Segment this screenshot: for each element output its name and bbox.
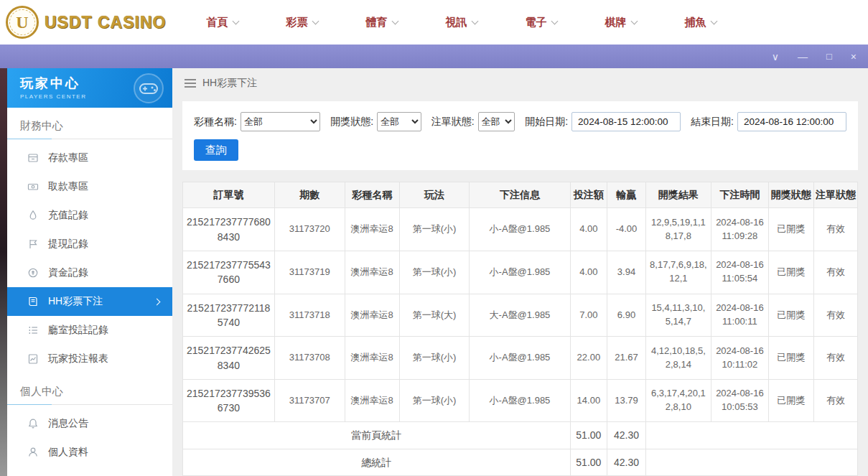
bet-info-cell: 小-A盤@1.985 <box>470 208 570 251</box>
header-order-status: 注單狀態 <box>813 182 857 208</box>
sidebar-item-player-bet-report[interactable]: 玩家投注報表 <box>7 345 172 373</box>
nav-item-label: 棋牌 <box>605 16 626 29</box>
lottery-name-cell: 澳洲幸运8 <box>345 294 399 337</box>
hamburger-menu-icon[interactable] <box>185 79 196 88</box>
deposit-icon <box>27 152 39 164</box>
grand-total-row: 總統計 51.00 42.30 <box>183 449 858 475</box>
sidebar-item-withdrawal-records[interactable]: 提現記錄 <box>7 230 172 258</box>
sidebar-item-profile[interactable]: 個人資料 <box>7 438 172 467</box>
page-total-empty-cell <box>645 422 857 449</box>
maximize-icon[interactable]: □ <box>826 52 832 61</box>
lottery-name-label: 彩種名稱: <box>194 116 237 129</box>
bets-table-wrap: 訂單號 期數 彩種名稱 玩法 下注信息 投注額 輸贏 開獎結果 下注時間 開獎狀… <box>182 182 858 476</box>
chevron-down-icon <box>711 17 718 24</box>
nav-item-sports[interactable]: 體育 <box>365 16 398 29</box>
sidebar-item-hh-lottery-bets[interactable]: HH彩票下注 <box>7 287 172 316</box>
background-image-strip <box>0 68 7 476</box>
order-no-cell: 2152172377721185740 <box>183 294 275 337</box>
lottery-name-select[interactable]: 全部 <box>241 112 320 131</box>
main-content: HH彩票下注 彩種名稱: 全部 開獎狀態: 全部 注單狀態: 全部 開始日期: … <box>172 68 868 476</box>
order-no-cell: 2152172377755437660 <box>183 251 275 294</box>
bets-table: 訂單號 期數 彩種名稱 玩法 下注信息 投注額 輸贏 開獎結果 下注時間 開獎狀… <box>182 182 858 476</box>
table-row: 2152172377755437660 31173719 澳洲幸运8 第一球(小… <box>183 251 858 294</box>
order-status-cell: 有效 <box>813 379 857 422</box>
table-row: 2152172377721185740 31173718 澳洲幸运8 第一球(大… <box>183 294 858 337</box>
grand-total-bet-amount: 51.00 <box>570 449 607 475</box>
table-row: 2152172377395366730 31173707 澳洲幸运8 第一球(小… <box>183 379 858 422</box>
draw-status-label: 開獎狀態: <box>330 116 373 129</box>
order-status-select[interactable]: 全部 <box>478 112 515 131</box>
order-status-label: 注單狀態: <box>431 116 475 129</box>
order-no-cell: 2152172377776808430 <box>183 208 275 251</box>
order-status-cell: 有效 <box>813 251 857 294</box>
header-bet-info: 下注信息 <box>470 182 570 208</box>
header-lottery-name: 彩種名稱 <box>345 182 399 208</box>
play-cell: 第一球(小) <box>399 379 470 422</box>
minimize-icon[interactable]: — <box>798 52 808 62</box>
bet-time-cell: 2024-08-16 11:09:28 <box>711 208 768 251</box>
nav-item-slots[interactable]: 電子 <box>525 16 557 29</box>
period-cell: 31173720 <box>274 208 345 251</box>
filter-actions: 查詢 <box>194 139 846 161</box>
bet-amount-cell: 14.00 <box>570 379 607 422</box>
recharge-record-icon <box>27 210 39 222</box>
profile-user-icon <box>27 447 39 459</box>
order-status-cell: 有效 <box>813 208 857 251</box>
window-title-bar: ∨ — □ × <box>0 45 868 68</box>
nav-item-lottery[interactable]: 彩票 <box>286 16 318 29</box>
win-loss-cell: 6.90 <box>607 294 646 337</box>
sidebar-item-withdraw-zone[interactable]: 取款專區 <box>7 172 172 201</box>
funds-record-icon <box>27 267 39 279</box>
logo: U USDT CASINO <box>6 6 166 39</box>
nav-item-live[interactable]: 視訊 <box>445 16 477 29</box>
nav-item-home[interactable]: 首頁 <box>206 16 238 29</box>
bet-amount-cell: 4.00 <box>570 208 607 251</box>
sidebar-item-recharge-records[interactable]: 充值記錄 <box>7 201 172 230</box>
logo-text: USDT CASINO <box>45 13 166 32</box>
win-loss-cell: -4.00 <box>607 208 646 251</box>
sidebar-item-label: 提現記錄 <box>48 238 88 251</box>
nav-item-label: 彩票 <box>286 16 307 29</box>
end-date-label: 結束日期: <box>691 116 734 129</box>
grand-total-win-loss: 42.30 <box>607 449 646 475</box>
period-cell: 31173718 <box>274 294 345 337</box>
gamepad-icon <box>131 70 167 108</box>
header-draw-status: 開獎狀態 <box>768 182 813 208</box>
table-header-row: 訂單號 期數 彩種名稱 玩法 下注信息 投注額 輸贏 開獎結果 下注時間 開獎狀… <box>183 182 858 208</box>
start-date-label: 開始日期: <box>525 116 568 129</box>
table-row: 2152172377776808430 31173720 澳洲幸运8 第一球(小… <box>183 208 858 251</box>
start-date-input[interactable] <box>571 112 681 131</box>
bet-time-cell: 2024-08-16 11:05:54 <box>711 251 768 294</box>
bet-time-cell: 2024-08-16 10:11:02 <box>711 337 768 380</box>
play-cell: 第一球(大) <box>399 294 470 337</box>
draw-result-cell: 12,9,5,19,1,18,17,8 <box>645 208 711 251</box>
sidebar-item-hall-bet-records[interactable]: 廳室投註記錄 <box>7 316 172 345</box>
sidebar-item-label: 取款專區 <box>48 180 88 193</box>
draw-status-select[interactable]: 全部 <box>377 112 421 131</box>
logo-badge-icon: U <box>6 6 39 39</box>
chevron-down-icon <box>631 17 638 24</box>
collapse-icon[interactable]: ∨ <box>772 52 779 62</box>
grand-total-label: 總統計 <box>183 449 571 475</box>
sidebar-item-label: 個人資料 <box>48 446 88 459</box>
breadcrumb: HH彩票下注 <box>172 68 868 98</box>
page-total-label: 當前頁統計 <box>183 422 571 449</box>
sidebar-item-deposit-zone[interactable]: 存款專區 <box>7 144 172 172</box>
sidebar-item-funds-records[interactable]: 資金記錄 <box>7 258 172 287</box>
search-button[interactable]: 查詢 <box>194 139 238 161</box>
close-icon[interactable]: × <box>851 52 857 62</box>
sidebar-item-label: HH彩票下注 <box>48 295 103 308</box>
player-report-icon <box>27 353 39 365</box>
sidebar-item-announcements[interactable]: 消息公告 <box>7 409 172 438</box>
nav-item-fishing[interactable]: 捕魚 <box>684 16 717 29</box>
bet-info-cell: 小-A盤@1.985 <box>470 379 570 422</box>
nav-item-boardgames[interactable]: 棋牌 <box>605 16 637 29</box>
section-title-personal: 個人中心 <box>7 385 172 405</box>
finance-menu: 存款專區 取款專區 充值記錄 提現記錄 <box>7 139 172 373</box>
draw-status-cell: 已開獎 <box>768 208 813 251</box>
draw-result-cell: 15,4,11,3,10,5,14,7 <box>645 294 711 337</box>
draw-result-cell: 6,3,17,4,20,12,8,10 <box>645 379 711 422</box>
end-date-input[interactable] <box>737 112 846 131</box>
withdrawal-record-icon <box>27 238 39 251</box>
header-order-no: 訂單號 <box>183 182 275 208</box>
